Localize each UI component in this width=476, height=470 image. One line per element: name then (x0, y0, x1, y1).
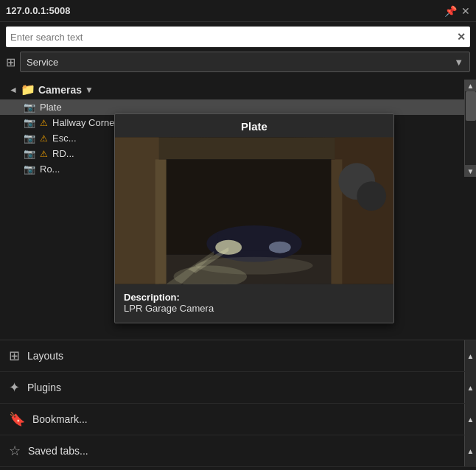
tooltip-desc: Description: LPR Garage Camera (115, 284, 393, 314)
warning-icon-rd: ⚠ (40, 149, 48, 159)
layouts-icon: ⊞ (9, 348, 20, 364)
nav-item-plugins[interactable]: ✦ Plugins ▲ (0, 372, 476, 404)
service-dropdown[interactable]: Service ▼ (20, 52, 470, 72)
plugins-scroll-right[interactable]: ▲ (464, 372, 476, 403)
dropdown-arrow-icon: ▼ (454, 57, 463, 68)
cameras-label: Cameras (38, 84, 82, 96)
bookmarks-icon: 🔖 (9, 411, 25, 427)
service-dropdown-label: Service (27, 57, 58, 68)
search-clear-icon[interactable]: ✕ (457, 31, 466, 43)
svg-point-13 (269, 242, 291, 253)
camera-icon-hallway: 📷 (24, 117, 35, 128)
svg-rect-4 (335, 138, 393, 284)
tree-collapse-arrow: ◄ (9, 85, 18, 95)
camera-icon-rd: 📷 (24, 148, 35, 159)
service-icon: ⊞ (6, 55, 15, 69)
camera-icon-ro: 📷 (24, 164, 35, 175)
pin-icon[interactable]: 📌 (444, 5, 457, 17)
tree-item-plate[interactable]: 📷 Plate (0, 99, 464, 115)
window-title: 127.0.0.1:5008 (6, 5, 70, 16)
tooltip-image (115, 137, 393, 284)
svg-point-17 (195, 257, 312, 275)
folder-icon: 📁 (21, 83, 35, 97)
saved-tabs-scroll-right[interactable]: ▲ (464, 435, 476, 466)
bookmarks-label: Bookmark... (32, 413, 88, 425)
search-input[interactable] (10, 32, 457, 43)
svg-rect-3 (115, 138, 159, 284)
plugins-icon: ✦ (9, 379, 20, 396)
scroll-track (465, 91, 476, 165)
bookmarks-scroll-right[interactable]: ▲ (464, 404, 476, 435)
item-label-ro: Ro... (40, 164, 60, 175)
saved-tabs-icon: ☆ (9, 443, 21, 459)
title-bar-controls: 📌 ✕ (444, 5, 470, 17)
warning-icon-hallway: ⚠ (40, 118, 48, 128)
layouts-scroll-right[interactable]: ▲ (464, 340, 476, 371)
tree-header[interactable]: ◄ 📁 Cameras ▼ (0, 80, 464, 99)
scroll-down-button[interactable]: ▼ (465, 165, 477, 177)
tree-scrollbar: ▲ ▼ (464, 80, 476, 177)
item-label-esc: Esc... (52, 133, 77, 144)
search-bar: ✕ (6, 27, 470, 47)
warning-icon-esc: ⚠ (40, 133, 48, 144)
scroll-up-button[interactable]: ▲ (465, 80, 477, 91)
item-label-plate: Plate (40, 102, 62, 113)
description-label: Description: (124, 292, 180, 303)
nav-item-layouts[interactable]: ⊞ Layouts ▲ (0, 340, 476, 372)
layouts-label: Layouts (27, 350, 63, 362)
description-value: LPR Garage Camera (124, 303, 214, 314)
tree-section: ◄ 📁 Cameras ▼ 📷 Plate 📷 ⚠ Hallway Corner… (0, 77, 476, 340)
saved-tabs-label: Saved tabs... (28, 445, 88, 457)
tooltip-title: Plate (115, 114, 393, 137)
camera-icon-plate: 📷 (24, 102, 35, 113)
cameras-dropdown-arrow: ▼ (85, 85, 94, 95)
service-row: ⊞ Service ▼ (6, 52, 470, 72)
nav-section: ⊞ Layouts ▲ ✦ Plugins ▲ 🔖 Bookmark... ▲ … (0, 340, 476, 467)
close-icon[interactable]: ✕ (461, 5, 470, 17)
main-content: ◄ 📁 Cameras ▼ 📷 Plate 📷 ⚠ Hallway Corner… (0, 77, 476, 467)
camera-icon-esc: 📷 (24, 133, 35, 144)
svg-point-9 (357, 181, 386, 211)
scroll-thumb[interactable] (466, 91, 476, 121)
svg-rect-6 (155, 159, 167, 284)
nav-item-bookmarks[interactable]: 🔖 Bookmark... ▲ (0, 404, 476, 435)
nav-item-saved-tabs[interactable]: ☆ Saved tabs... ▲ (0, 435, 476, 467)
tooltip-popup: Plate (114, 113, 394, 323)
title-bar: 127.0.0.1:5008 📌 ✕ (0, 0, 476, 22)
plugins-label: Plugins (27, 382, 61, 393)
item-label-rd: RD... (52, 148, 74, 159)
